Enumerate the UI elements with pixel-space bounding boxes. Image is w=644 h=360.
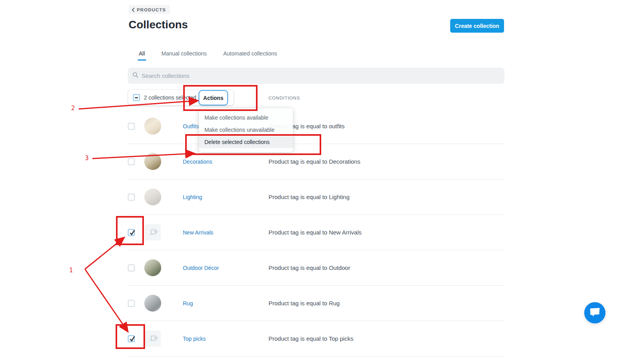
row-checkbox[interactable] (128, 335, 135, 342)
collection-link[interactable]: Outdoor Décor (183, 265, 219, 271)
breadcrumb[interactable]: PRODUCTS (129, 5, 170, 14)
conditions-column-header: CONDITIONS (269, 96, 300, 100)
tab-automated-collections[interactable]: Automated collections (220, 49, 281, 61)
tab-manual-collections[interactable]: Manual collections (158, 49, 210, 61)
tag-icon (148, 228, 158, 237)
breadcrumb-label: PRODUCTS (137, 7, 166, 12)
chat-bubble-icon (589, 306, 601, 319)
page-title: Collections (129, 18, 188, 31)
checkmark-icon (128, 229, 136, 237)
annotation-label-2: 2 (71, 105, 75, 112)
table-row-top-picks[interactable]: Top picks Product tag is equal to Top pi… (128, 321, 504, 356)
row-checkbox[interactable] (128, 194, 135, 201)
tab-all[interactable]: All (135, 49, 149, 61)
collection-thumbnail (144, 259, 161, 276)
collection-thumbnail (144, 118, 161, 135)
collection-thumbnail-placeholder (145, 224, 161, 240)
indeterminate-dash-icon (135, 97, 138, 98)
collection-thumbnail (144, 188, 161, 205)
actions-dropdown-menu: Make collections available Make collecti… (199, 108, 293, 152)
chat-launcher-button[interactable] (584, 302, 605, 323)
collection-condition: Product tag is equal to Top picks (269, 335, 353, 342)
actions-button[interactable]: Actions (199, 90, 228, 105)
table-row-new-arrivals[interactable]: New Arrivals Product tag is equal to New… (128, 215, 504, 250)
table-row-lighting[interactable]: Lighting Product tag is equal to Lightin… (128, 179, 504, 215)
row-checkbox[interactable] (128, 123, 135, 130)
back-chevron-icon (132, 7, 135, 12)
annotation-arrow-1b (85, 269, 127, 331)
collection-link[interactable]: Decorations (183, 159, 212, 165)
collection-condition: Product tag is equal to Lighting (269, 194, 350, 200)
search-bar (128, 68, 504, 84)
collection-condition: Product tag is equal to Outdoor (269, 264, 350, 271)
collection-thumbnail-placeholder (145, 330, 161, 347)
collections-table: Outfits Product tag is equal to outfits … (128, 109, 504, 356)
collection-condition: Product tag is equal to Rug (269, 300, 340, 306)
selected-count-label: 2 collections selected (144, 94, 196, 101)
collection-condition: Product tag is equal to New Arrivals (269, 229, 362, 236)
select-all-checkbox-indeterminate[interactable] (133, 94, 140, 101)
table-row-rug[interactable]: Rug Product tag is equal to Rug (128, 286, 504, 321)
menu-item-make-unavailable[interactable]: Make collections unavailable (199, 124, 293, 136)
collection-link[interactable]: Outfits (183, 123, 199, 129)
table-row-decorations[interactable]: Decorations Product tag is equal to Deco… (128, 144, 504, 179)
table-row-outdoor-d-cor[interactable]: Outdoor Décor Product tag is equal to Ou… (128, 250, 504, 286)
collection-link[interactable]: Top picks (183, 336, 206, 342)
table-row-outfits[interactable]: Outfits Product tag is equal to outfits (128, 109, 504, 144)
row-checkbox[interactable] (128, 264, 135, 271)
create-collection-button[interactable]: Create collection (450, 19, 504, 33)
tabs: All Manual collections Automated collect… (135, 49, 281, 61)
row-checkbox[interactable] (128, 158, 135, 165)
collection-thumbnail (144, 153, 161, 170)
collection-condition: Product tag is equal to Decorations (269, 158, 360, 165)
collection-link[interactable]: Lighting (183, 194, 202, 200)
search-icon (132, 72, 138, 79)
annotation-label-3: 3 (85, 155, 89, 162)
search-input[interactable] (142, 72, 500, 79)
menu-item-delete-selected[interactable]: Delete selected collections (199, 136, 293, 148)
annotation-arrow-1a (85, 238, 123, 269)
collection-thumbnail (144, 295, 161, 312)
collection-link[interactable]: Rug (183, 300, 193, 306)
tag-icon (148, 334, 158, 343)
collection-link[interactable]: New Arrivals (183, 229, 213, 236)
row-checkbox[interactable] (128, 300, 135, 307)
annotation-label-1: 1 (69, 267, 73, 274)
menu-item-make-available[interactable]: Make collections available (199, 112, 293, 124)
row-checkbox[interactable] (128, 229, 135, 236)
collections-page: PRODUCTS Collections Create collection A… (0, 0, 644, 360)
checkmark-icon (128, 335, 136, 343)
